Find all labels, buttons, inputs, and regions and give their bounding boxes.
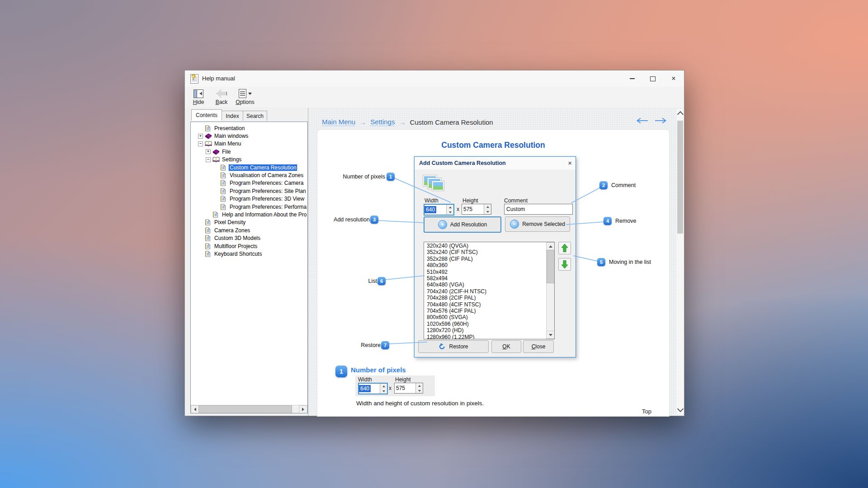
width-label: Width [358,376,372,383]
tree-item[interactable]: +Main windows [191,132,307,140]
tree-item[interactable]: +File [191,148,307,155]
close-button[interactable]: × [663,70,684,87]
resolution-list[interactable]: 320x240 (QVGA)352x240 (CIF NTSC)352x288 … [424,242,555,339]
resolution-item[interactable]: 352x240 (CIF NTSC) [424,249,547,255]
resolution-item[interactable]: 1280x720 (HD) [424,327,547,333]
restore-button[interactable]: Restore [418,340,489,353]
resolution-item[interactable]: 510x492 [424,269,547,275]
tree-item[interactable]: Multifloor Projects [191,242,307,250]
resolution-item[interactable]: 800x600 (SVGA) [424,314,547,320]
width-input[interactable]: 640 [358,383,388,394]
resolution-item[interactable]: 320x240 (QVGA) [424,243,547,249]
tree-item[interactable]: Custom Camera Resolution [191,164,307,171]
tree-item[interactable]: −Settings [191,156,307,164]
tree-item[interactable]: Pixel Density [191,219,307,226]
resolution-item[interactable]: 352x288 (CIF PAL) [424,256,547,262]
tab-search[interactable]: Search [243,111,267,121]
nav-next-icon[interactable] [654,117,667,124]
breadcrumb-link-settings[interactable]: Settings [370,118,395,126]
scroll-right-button[interactable] [299,405,307,413]
green-up-arrow-icon [561,244,568,252]
scroll-down-button[interactable] [546,331,555,339]
help-topic-card: Custom Camera Resolution Number of pixel… [317,129,670,417]
list-scrollbar[interactable] [546,242,554,339]
tree-item[interactable]: Presentation [191,124,307,132]
back-button[interactable]: Back [211,88,232,106]
resolution-item[interactable]: 704x288 (2CIF PAL) [424,295,547,301]
callout-label-remove: Remove [615,218,637,224]
dialog-title: Add Custom Camera Resolution [419,160,506,166]
scrollbar-thumb[interactable] [198,405,292,413]
page-icon [205,227,212,234]
collapse-icon[interactable]: − [206,157,211,162]
resolution-item[interactable]: 704x480 (4CIF NTSC) [424,301,547,308]
callout-label-comment: Comment [611,182,636,188]
expand-icon[interactable]: + [206,149,211,154]
collapse-icon[interactable]: − [198,141,203,146]
dialog-close-icon[interactable]: × [568,159,572,167]
nav-previous-icon[interactable] [636,117,649,124]
resolution-item[interactable]: 640x480 (VGA) [424,282,547,288]
resolution-item[interactable]: 1020x596 (960H) [424,321,547,327]
content-pane: Main Menu → Settings → Custom Camera Res… [308,108,684,416]
tab-index[interactable]: Index [222,111,243,121]
content-scrollbar[interactable] [676,109,684,414]
maximize-button[interactable] [642,70,663,87]
move-up-button[interactable] [558,242,571,254]
move-down-button[interactable] [558,258,571,271]
remove-selected-button[interactable]: − Remove Selected [505,216,570,232]
tree-item[interactable]: Program Preferences: 3D View [191,195,307,203]
close-icon: × [671,75,675,82]
toolbar: Hide Back Options [185,87,684,108]
height-spinner[interactable] [415,383,423,393]
scrollbar-thumb[interactable] [547,250,555,283]
resolution-item[interactable]: 1280x960 (1.22MP) [424,334,547,339]
tree-item-label: Program Preferences: Camera [229,180,304,186]
minimize-button[interactable] [622,70,642,87]
callout-badge-4: 4 [604,217,612,225]
title-bar[interactable]: ? Help manual × [185,70,684,87]
tree-item[interactable]: Program Preferences: Performa [191,203,307,211]
tree-item-label: Visualisation of Camera Zones [229,172,304,178]
page-icon [220,188,227,194]
tab-contents[interactable]: Contents [191,109,222,121]
maximize-icon [650,76,656,81]
height-input[interactable]: 575 [462,204,491,215]
add-resolution-button[interactable]: + Add Resolution [424,216,501,233]
hide-button[interactable]: Hide [189,88,208,106]
book-open-icon [205,141,212,147]
top-link[interactable]: Top [642,408,651,415]
tree-item[interactable]: Visualisation of Camera Zones [191,171,307,179]
tree-item[interactable]: Custom 3D Models [191,234,307,242]
tree-item[interactable]: −Main Menu [191,140,307,148]
restore-icon [439,343,446,350]
scroll-down-button[interactable] [676,405,684,414]
scroll-up-button[interactable] [676,109,684,118]
resolution-item[interactable]: 480x360 [424,262,547,268]
height-input[interactable]: 575 [394,383,423,394]
resolution-item[interactable]: 704x240 (2CIF-H NTSC) [424,288,547,295]
expand-icon[interactable]: + [198,134,203,139]
callout-badge-5: 5 [597,258,605,266]
tree-item[interactable]: Help and Information About the Pro [191,211,307,218]
tree-item[interactable]: Keyboard Shortcuts [191,250,307,258]
tree-horizontal-scrollbar[interactable] [191,405,307,413]
close-dialog-button[interactable]: Close [523,340,554,353]
tree-item[interactable]: Camera Zones [191,226,307,234]
tree-item[interactable]: Program Preferences: Site Plan [191,187,307,195]
comment-input[interactable]: Custom [504,204,573,215]
width-spinner[interactable] [380,384,387,394]
scroll-up-button[interactable] [546,242,555,250]
width-input[interactable]: 640 [424,204,454,216]
resolution-item[interactable]: 582x494 [424,275,547,282]
breadcrumb-link-main-menu[interactable]: Main Menu [322,118,355,126]
ok-button[interactable]: OK [491,340,521,353]
tree-item-label: Program Preferences: Performa [229,204,307,210]
tree-item-label: Program Preferences: Site Plan [229,188,307,194]
tree-item[interactable]: Program Preferences: Camera [191,179,307,187]
options-button[interactable]: Options [233,88,257,106]
resolution-item[interactable]: 704x576 (4CIF PAL) [424,308,547,314]
height-spinner[interactable] [484,204,491,214]
width-spinner[interactable] [446,205,453,215]
scrollbar-thumb[interactable] [677,121,683,234]
